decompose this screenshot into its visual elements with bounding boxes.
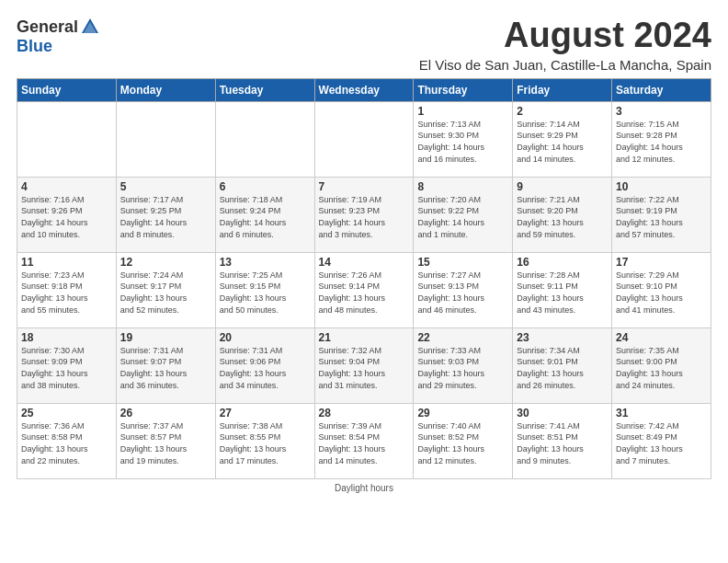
day-info: Sunrise: 7:41 AM Sunset: 8:51 PM Dayligh…: [517, 420, 608, 466]
calendar-cell: [215, 101, 314, 177]
calendar-cell: [314, 101, 414, 177]
day-info: Sunrise: 7:15 AM Sunset: 9:28 PM Dayligh…: [616, 119, 707, 165]
day-info: Sunrise: 7:42 AM Sunset: 8:49 PM Dayligh…: [616, 420, 707, 466]
calendar-cell: 28Sunrise: 7:39 AM Sunset: 8:54 PM Dayli…: [314, 403, 414, 478]
week-row-4: 18Sunrise: 7:30 AM Sunset: 9:09 PM Dayli…: [17, 327, 711, 403]
calendar-cell: 10Sunrise: 7:22 AM Sunset: 9:19 PM Dayli…: [612, 177, 711, 252]
day-number: 27: [220, 407, 311, 419]
day-info: Sunrise: 7:20 AM Sunset: 9:22 PM Dayligh…: [417, 194, 508, 240]
week-row-5: 25Sunrise: 7:36 AM Sunset: 8:58 PM Dayli…: [17, 403, 711, 478]
day-info: Sunrise: 7:19 AM Sunset: 9:23 PM Dayligh…: [319, 194, 410, 240]
logo-blue-text: Blue: [17, 37, 52, 56]
calendar-cell: 26Sunrise: 7:37 AM Sunset: 8:57 PM Dayli…: [116, 403, 215, 478]
weekday-header-sunday: Sunday: [17, 78, 117, 101]
calendar-cell: 8Sunrise: 7:20 AM Sunset: 9:22 PM Daylig…: [414, 177, 513, 252]
header: General Blue August 2024 El Viso de San …: [17, 17, 711, 73]
calendar-cell: 24Sunrise: 7:35 AM Sunset: 9:00 PM Dayli…: [612, 327, 711, 403]
calendar-cell: 15Sunrise: 7:27 AM Sunset: 9:13 PM Dayli…: [414, 252, 513, 327]
calendar-cell: 3Sunrise: 7:15 AM Sunset: 9:28 PM Daylig…: [612, 101, 711, 177]
logo-icon: [80, 17, 100, 37]
calendar-cell: 27Sunrise: 7:38 AM Sunset: 8:55 PM Dayli…: [215, 403, 314, 478]
day-info: Sunrise: 7:38 AM Sunset: 8:55 PM Dayligh…: [220, 420, 311, 466]
calendar-cell: 14Sunrise: 7:26 AM Sunset: 9:14 PM Dayli…: [314, 252, 414, 327]
calendar-cell: 31Sunrise: 7:42 AM Sunset: 8:49 PM Dayli…: [612, 403, 711, 478]
calendar-cell: 29Sunrise: 7:40 AM Sunset: 8:52 PM Dayli…: [414, 403, 513, 478]
calendar-cell: 2Sunrise: 7:14 AM Sunset: 9:29 PM Daylig…: [513, 101, 612, 177]
calendar-cell: 5Sunrise: 7:17 AM Sunset: 9:25 PM Daylig…: [116, 177, 215, 252]
day-info: Sunrise: 7:31 AM Sunset: 9:07 PM Dayligh…: [120, 345, 211, 391]
week-row-3: 11Sunrise: 7:23 AM Sunset: 9:18 PM Dayli…: [17, 252, 711, 327]
day-number: 11: [21, 256, 112, 269]
day-number: 29: [417, 407, 508, 419]
day-info: Sunrise: 7:30 AM Sunset: 9:09 PM Dayligh…: [21, 345, 112, 391]
day-info: Sunrise: 7:34 AM Sunset: 9:01 PM Dayligh…: [517, 345, 608, 391]
day-number: 28: [319, 407, 410, 419]
calendar-cell: 4Sunrise: 7:16 AM Sunset: 9:26 PM Daylig…: [17, 177, 117, 252]
day-number: 6: [220, 180, 311, 193]
weekday-header-friday: Friday: [513, 78, 612, 101]
day-number: 19: [120, 331, 211, 344]
day-number: 24: [616, 331, 707, 344]
page: General Blue August 2024 El Viso de San …: [0, 0, 728, 502]
day-info: Sunrise: 7:39 AM Sunset: 8:54 PM Dayligh…: [319, 420, 410, 466]
day-info: Sunrise: 7:40 AM Sunset: 8:52 PM Dayligh…: [417, 420, 508, 466]
calendar-cell: [116, 101, 215, 177]
day-info: Sunrise: 7:36 AM Sunset: 8:58 PM Dayligh…: [21, 420, 112, 466]
day-number: 12: [120, 256, 211, 269]
week-row-2: 4Sunrise: 7:16 AM Sunset: 9:26 PM Daylig…: [17, 177, 711, 252]
day-info: Sunrise: 7:14 AM Sunset: 9:29 PM Dayligh…: [517, 119, 608, 165]
day-number: 17: [616, 256, 707, 269]
day-number: 1: [417, 105, 508, 118]
footer-note: Daylight hours: [17, 483, 711, 493]
day-number: 2: [517, 105, 608, 118]
day-info: Sunrise: 7:26 AM Sunset: 9:14 PM Dayligh…: [319, 270, 410, 316]
calendar-cell: 18Sunrise: 7:30 AM Sunset: 9:09 PM Dayli…: [17, 327, 117, 403]
month-title: August 2024: [419, 17, 711, 55]
calendar-cell: 1Sunrise: 7:13 AM Sunset: 9:30 PM Daylig…: [414, 101, 513, 177]
day-number: 30: [517, 407, 608, 419]
day-info: Sunrise: 7:33 AM Sunset: 9:03 PM Dayligh…: [417, 345, 508, 391]
day-number: 18: [21, 331, 112, 344]
day-info: Sunrise: 7:32 AM Sunset: 9:04 PM Dayligh…: [319, 345, 410, 391]
calendar-cell: 11Sunrise: 7:23 AM Sunset: 9:18 PM Dayli…: [17, 252, 117, 327]
day-number: 16: [517, 256, 608, 269]
weekday-header-tuesday: Tuesday: [215, 78, 314, 101]
day-info: Sunrise: 7:35 AM Sunset: 9:00 PM Dayligh…: [616, 345, 707, 391]
calendar-cell: 6Sunrise: 7:18 AM Sunset: 9:24 PM Daylig…: [215, 177, 314, 252]
week-row-1: 1Sunrise: 7:13 AM Sunset: 9:30 PM Daylig…: [17, 101, 711, 177]
day-info: Sunrise: 7:27 AM Sunset: 9:13 PM Dayligh…: [417, 270, 508, 316]
weekday-header-thursday: Thursday: [414, 78, 513, 101]
title-section: August 2024 El Viso de San Juan, Castill…: [419, 17, 711, 73]
calendar-cell: 9Sunrise: 7:21 AM Sunset: 9:20 PM Daylig…: [513, 177, 612, 252]
day-number: 3: [616, 105, 707, 118]
weekday-header-saturday: Saturday: [612, 78, 711, 101]
calendar-cell: 19Sunrise: 7:31 AM Sunset: 9:07 PM Dayli…: [116, 327, 215, 403]
day-number: 26: [120, 407, 211, 419]
day-number: 5: [120, 180, 211, 193]
day-number: 13: [220, 256, 311, 269]
day-number: 22: [417, 331, 508, 344]
day-info: Sunrise: 7:16 AM Sunset: 9:26 PM Dayligh…: [21, 194, 112, 240]
day-number: 15: [417, 256, 508, 269]
day-number: 23: [517, 331, 608, 344]
location-subtitle: El Viso de San Juan, Castille-La Mancha,…: [419, 57, 711, 73]
day-number: 9: [517, 180, 608, 193]
day-number: 14: [319, 256, 410, 269]
day-number: 20: [220, 331, 311, 344]
day-number: 31: [616, 407, 707, 419]
day-number: 7: [319, 180, 410, 193]
day-info: Sunrise: 7:18 AM Sunset: 9:24 PM Dayligh…: [220, 194, 311, 240]
day-info: Sunrise: 7:17 AM Sunset: 9:25 PM Dayligh…: [120, 194, 211, 240]
day-info: Sunrise: 7:24 AM Sunset: 9:17 PM Dayligh…: [120, 270, 211, 316]
weekday-header-wednesday: Wednesday: [314, 78, 414, 101]
calendar-cell: 7Sunrise: 7:19 AM Sunset: 9:23 PM Daylig…: [314, 177, 414, 252]
day-number: 10: [616, 180, 707, 193]
calendar-cell: 16Sunrise: 7:28 AM Sunset: 9:11 PM Dayli…: [513, 252, 612, 327]
calendar-cell: [17, 101, 117, 177]
day-number: 8: [417, 180, 508, 193]
logo: General Blue: [17, 17, 100, 56]
day-info: Sunrise: 7:13 AM Sunset: 9:30 PM Dayligh…: [417, 119, 508, 165]
weekday-header-row: SundayMondayTuesdayWednesdayThursdayFrid…: [17, 78, 711, 101]
calendar-cell: 30Sunrise: 7:41 AM Sunset: 8:51 PM Dayli…: [513, 403, 612, 478]
day-number: 25: [21, 407, 112, 419]
